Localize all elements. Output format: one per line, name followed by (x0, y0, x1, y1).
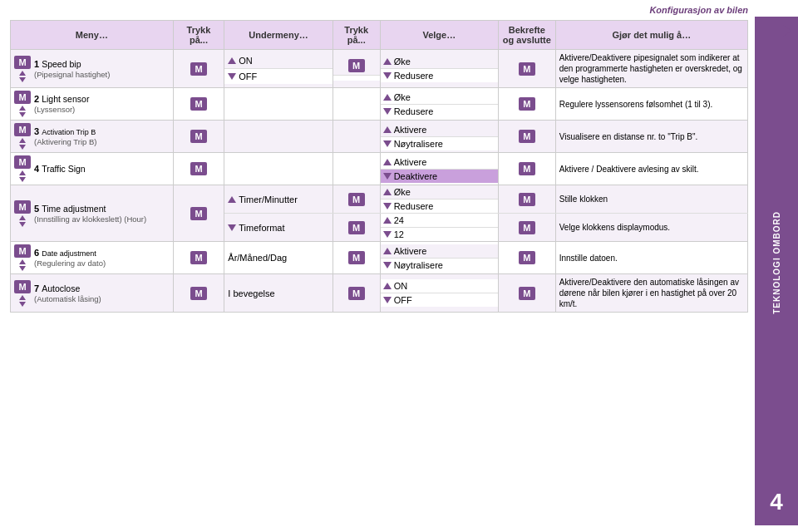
m-button-bekrefte[interactable]: M (519, 251, 535, 264)
velge-redusere: Redusere (394, 106, 434, 116)
header-velge: Velge… (380, 21, 498, 50)
menu-item-5: M 5 Time adjustment(Innstilling av klokk… (14, 200, 170, 227)
m-button-4[interactable]: M (14, 155, 31, 169)
velge-oke: Øke (394, 187, 411, 197)
header-bekrefte: Bekrefte og avslutte (498, 21, 555, 50)
m-button-bekrefte[interactable]: M (519, 130, 535, 143)
velge-noytralisere: Nøytralisere (394, 139, 443, 149)
velge-down (383, 297, 392, 303)
up-arrow-3[interactable] (19, 138, 26, 143)
m-button-bekrefte[interactable]: M (519, 287, 535, 300)
m-button-trykk7[interactable]: M (190, 287, 207, 300)
m-button-bekrefte[interactable]: M (519, 162, 535, 175)
table-row: M 4 Traffic Sign (11, 153, 748, 185)
config-table: Meny… Trykk på... Undermeny… Trykk på...… (10, 20, 748, 313)
menu-label: Date adjustment(Regulering av dato) (34, 248, 106, 268)
gjor-text: Aktivere/Deaktivere den automatiske låsi… (559, 277, 744, 309)
row-number: 7 (34, 283, 39, 293)
m-button-2[interactable]: M (14, 91, 31, 104)
menu-item-4: M 4 Traffic Sign (14, 155, 170, 182)
row-number: 2 (34, 94, 39, 104)
up-arrow-7[interactable] (19, 295, 26, 300)
m-button-bekrefte[interactable]: M (519, 221, 535, 234)
m-button-bekrefte[interactable]: M (519, 97, 535, 111)
velge-down (383, 72, 392, 79)
table-row: M 5 Time adjustment(Innstilling av klokk… (11, 185, 748, 214)
m-button-trykk2[interactable]: M (190, 97, 207, 111)
velge-up (383, 248, 392, 254)
down-arrow-1[interactable] (19, 77, 26, 82)
undermeny-timeformat: Timeformat (239, 223, 284, 233)
velge-deaktivere: Deaktivere (394, 171, 438, 181)
menu-label: Speed bip(Pipesignal hastighet) (34, 59, 110, 79)
up-arrow-6[interactable] (19, 259, 26, 264)
gjor-text: Innstille datoen. (559, 253, 744, 264)
m-button-7[interactable]: M (14, 280, 31, 293)
m-button-trykk5[interactable]: M (190, 207, 207, 220)
m-btn-bev[interactable]: M (348, 287, 365, 300)
m-btn-under2[interactable]: M (348, 221, 365, 234)
down-arrow-3[interactable] (19, 145, 26, 150)
m-button-6[interactable]: M (14, 244, 31, 258)
undermeny-bevegelse: I bevegelse (228, 288, 274, 298)
down-arrow-2[interactable] (19, 112, 26, 117)
up-arrow-2[interactable] (19, 106, 26, 111)
row-number: 6 (34, 248, 39, 258)
up-arrow-1[interactable] (19, 71, 26, 76)
off-arrow-down (228, 73, 236, 80)
menu-item-2: M 2 Light sensor(Lyssensor) (14, 91, 170, 117)
velge-aktivere: Aktivere (394, 246, 427, 256)
down-arrow-4[interactable] (19, 177, 26, 182)
header-undermeny: Undermeny… (224, 21, 332, 50)
velge-down (383, 262, 392, 268)
up-arrow-4[interactable] (19, 170, 26, 175)
table-header-row: Meny… Trykk på... Undermeny… Trykk på...… (11, 21, 748, 50)
m-button-trykk3[interactable]: M (190, 130, 207, 143)
m-btn-dato[interactable]: M (348, 251, 365, 264)
up-arrow-5[interactable] (19, 215, 26, 220)
right-sidebar: TEKNOLOGI OMBORD 4 (755, 17, 798, 525)
gjor-text: Visualisere en distanse nr. to "Trip B". (559, 131, 744, 142)
menu-item-1: M 1 Speed bip(Pipesignal hastighet) (14, 56, 170, 82)
row-number: 1 (34, 59, 39, 69)
m-button-trykk4[interactable]: M (190, 162, 207, 175)
row-number: 4 (34, 164, 39, 174)
m-button-1[interactable]: M (14, 56, 31, 69)
page-title: Konfigurasjon av bilen (0, 0, 798, 17)
m-btn-on[interactable]: M (348, 59, 365, 72)
down-arrow-6[interactable] (19, 266, 26, 271)
menu-item-7: M 7 Autoclose(Automatisk låsing) (14, 280, 170, 307)
on-arrow-up (228, 57, 236, 64)
table-row: M 3 Activation Trip B(Aktivering Trip B) (11, 121, 748, 153)
m-button-trykk1[interactable]: M (190, 62, 207, 76)
down-arrow-7[interactable] (19, 302, 26, 307)
down-arrow-5[interactable] (19, 222, 26, 227)
velge-down (383, 108, 392, 115)
gjor-text: Aktivere / Deaktivere avlesing av skilt. (559, 164, 744, 175)
menu-label: Activation Trip B(Aktivering Trip B) (34, 126, 97, 146)
velge-down (383, 173, 392, 180)
velge-down (383, 203, 392, 209)
velge-up (383, 189, 392, 195)
m-btn-under[interactable]: M (348, 193, 365, 206)
m-button-trykk6[interactable]: M (190, 251, 207, 264)
menu-label: Light sensor(Lyssensor) (34, 94, 89, 114)
header-gjor: Gjør det mulig å… (555, 21, 747, 50)
m-button-bekrefte[interactable]: M (519, 62, 535, 76)
under-arrow (228, 196, 236, 203)
nav-arrow-right[interactable] (783, 25, 791, 37)
m-button-3[interactable]: M (14, 123, 31, 136)
table-row: M 2 Light sensor(Lyssensor) (11, 88, 748, 121)
gjor-text: Aktivere/Deaktivere pipesignalet som ind… (559, 52, 744, 85)
m-button-bekrefte[interactable]: M (519, 193, 535, 206)
menu-item-3: M 3 Activation Trip B(Aktivering Trip B) (14, 123, 170, 150)
table-row: M 6 Date adjustment(Regulering av dato) (11, 242, 748, 274)
content-area: Meny… Trykk på... Undermeny… Trykk på...… (0, 17, 755, 525)
m-button-5[interactable]: M (14, 200, 31, 214)
velge-up (383, 126, 392, 133)
velge-down (383, 140, 392, 147)
velge-redusere: Redusere (394, 71, 434, 81)
sidebar-number: 4 (770, 489, 783, 515)
gjor-text: Regulere lyssensorens følsomhet (1 til 3… (559, 99, 744, 110)
velge-aktivere: Aktivere (394, 125, 427, 135)
